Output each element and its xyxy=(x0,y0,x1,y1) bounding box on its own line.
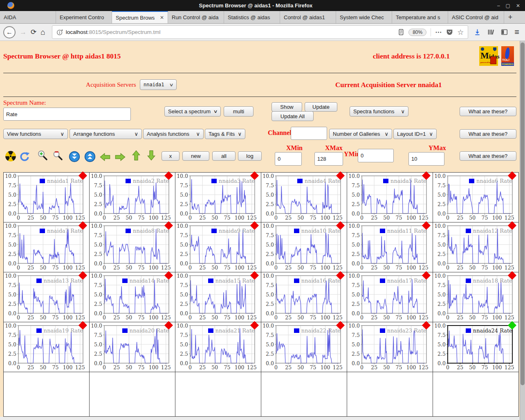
minimize-button[interactable]: – xyxy=(497,3,500,9)
layout-id-dropdown[interactable]: Layout ID=1∨ xyxy=(393,129,437,139)
tab-aida[interactable]: AIDA xyxy=(0,11,56,23)
number-of-galleries-dropdown[interactable]: Number of Galleries∨ xyxy=(329,129,392,139)
svg-text:50: 50 xyxy=(383,364,390,371)
spectrum-chart-nnaida20[interactable]: 0.02.55.07.510.00255075100125nnaida20 Ra… xyxy=(91,323,173,371)
new-tab-button[interactable]: + xyxy=(504,11,516,23)
what-are-these-button-1[interactable]: What are these? xyxy=(460,107,516,116)
menu-icon[interactable]: ≡ xyxy=(514,27,519,37)
scrollbar-thumb[interactable] xyxy=(521,43,525,385)
x-button[interactable]: x xyxy=(162,151,179,161)
tags-fits-dropdown[interactable]: Tags & Fits∨ xyxy=(205,129,245,139)
channel-input[interactable] xyxy=(291,127,327,140)
ymax-input[interactable]: 10 xyxy=(408,152,444,166)
spectrum-name-input[interactable]: Rate xyxy=(3,108,131,121)
close-button[interactable]: ✕ xyxy=(516,3,520,9)
spectrum-chart-nnaida18[interactable]: 0.02.55.07.510.00255075100125nnaida18 Ra… xyxy=(435,273,516,321)
spectrum-chart-nnaida3[interactable]: 0.02.55.07.510.00255075100125nnaida3 Rat… xyxy=(177,173,259,221)
pocket-icon[interactable] xyxy=(446,29,453,36)
home-button[interactable]: ⌂ xyxy=(40,28,45,37)
what-are-these-button-3[interactable]: What are these? xyxy=(460,151,516,161)
update-all-button[interactable]: Update All xyxy=(271,111,314,121)
spectrum-chart-nnaida16[interactable]: 0.02.55.07.510.00255075100125nnaida16 Ra… xyxy=(263,273,345,321)
site-info-icon[interactable] xyxy=(56,29,63,36)
new-button[interactable]: new xyxy=(182,151,209,161)
all-button[interactable]: all xyxy=(212,151,236,161)
spectrum-chart-nnaida24[interactable]: 0.02.55.07.510.00255075100125nnaida24 Ra… xyxy=(435,323,516,371)
refresh-icon[interactable] xyxy=(19,151,30,162)
spectrum-chart-nnaida15[interactable]: 0.02.55.07.510.00255075100125nnaida15 Ra… xyxy=(177,273,259,321)
spectrum-chart-nnaida14[interactable]: 0.02.55.07.510.00255075100125nnaida14 Ra… xyxy=(91,273,173,321)
multi-button[interactable]: multi xyxy=(224,106,254,117)
svg-text:5.0: 5.0 xyxy=(8,341,16,348)
spectrum-chart-nnaida11[interactable]: 0.02.55.07.510.00255075100125nnaida11 Ra… xyxy=(349,223,431,271)
legend-label: nnaida6 Rate xyxy=(476,178,512,184)
tab-temperature-and-s[interactable]: Temperature and s xyxy=(392,11,448,23)
tab-spectrum-brows[interactable]: Spectrum Brows✕ xyxy=(112,11,168,23)
spectrum-chart-nnaida1[interactable]: 0.02.55.07.510.00255075100125nnaida1 Rat… xyxy=(5,173,87,221)
spectrum-chart-nnaida4[interactable]: 0.02.55.07.510.00255075100125nnaida4 Rat… xyxy=(263,173,345,221)
what-are-these-button-2[interactable]: What are these? xyxy=(460,129,516,139)
spectrum-chart-nnaida12[interactable]: 0.02.55.07.510.00255075100125nnaida12 Ra… xyxy=(435,223,516,271)
spectrum-chart-nnaida22[interactable]: 0.02.55.07.510.00255075100125nnaida22 Ra… xyxy=(263,323,345,371)
tab-close-icon[interactable]: ✕ xyxy=(160,15,164,20)
ymin-input[interactable]: 0 xyxy=(358,149,394,162)
select-spectrum-dropdown[interactable]: Select a spectrum∨ xyxy=(164,106,221,117)
tab-statistics-aidas[interactable]: Statistics @ aidas xyxy=(224,11,280,23)
update-button[interactable]: Update xyxy=(305,102,337,112)
spectrum-chart-nnaida13[interactable]: 0.02.55.07.510.00255075100125nnaida13 Ra… xyxy=(5,273,87,321)
analysis-functions-dropdown[interactable]: Analysis functions∨ xyxy=(143,129,204,139)
spectrum-chart-nnaida5[interactable]: 0.02.55.07.510.00255075100125nnaida5 Rat… xyxy=(349,173,431,221)
tab-asic-control-aid[interactable]: ASIC Control @ aid xyxy=(448,11,504,23)
reader-view-icon[interactable] xyxy=(397,29,404,36)
spectrum-chart-nnaida6[interactable]: 0.02.55.07.510.00255075100125nnaida6 Rat… xyxy=(435,173,516,221)
page-actions-icon[interactable]: ⋯ xyxy=(435,28,442,36)
acquisition-server-select[interactable]: nnaida1∨ xyxy=(140,79,177,90)
arrow-down-icon[interactable] xyxy=(146,150,157,161)
spectrum-chart-nnaida21[interactable]: 0.02.55.07.510.00255075100125nnaida21 Ra… xyxy=(177,323,259,371)
downloads-icon[interactable] xyxy=(474,29,481,36)
zoom-in-icon[interactable] xyxy=(37,150,48,161)
reload-button[interactable]: ⟳ xyxy=(31,28,36,36)
tab-label: ASIC Control @ aid xyxy=(452,14,500,20)
zoom-out-icon[interactable] xyxy=(52,150,64,161)
tab-run-control-aida[interactable]: Run Control @ aida xyxy=(168,11,224,23)
svg-text:25: 25 xyxy=(371,364,377,371)
sidebar-icon[interactable] xyxy=(501,29,508,36)
show-button[interactable]: Show xyxy=(271,102,302,112)
xmax-input[interactable]: 128 xyxy=(314,152,343,166)
library-icon[interactable] xyxy=(487,29,494,36)
spectrum-chart-nnaida2[interactable]: 0.02.55.07.510.00255075100125nnaida2 Rat… xyxy=(91,173,173,221)
zoom-level-badge[interactable]: 80% xyxy=(408,29,426,36)
back-button[interactable]: ← xyxy=(3,26,16,38)
url-bar[interactable]: localhost:8015/Spectrum/Spectrum.tml 80%… xyxy=(52,25,469,39)
spectra-functions-dropdown[interactable]: Spectra functions∨ xyxy=(350,106,408,117)
arrow-left-icon[interactable] xyxy=(99,151,111,163)
tab-system-wide-chec[interactable]: System wide Chec xyxy=(336,11,392,23)
move-down-icon[interactable] xyxy=(69,151,80,162)
spectrum-chart-nnaida23[interactable]: 0.02.55.07.510.00255075100125nnaida23 Ra… xyxy=(349,323,431,371)
tab-experiment-contro[interactable]: Experiment Contro xyxy=(56,11,112,23)
log-button[interactable]: log xyxy=(238,151,262,161)
bookmark-star-icon[interactable]: ☆ xyxy=(457,28,464,37)
arrange-functions-dropdown[interactable]: Arrange functions∨ xyxy=(70,129,142,139)
svg-text:10.0: 10.0 xyxy=(177,273,188,279)
tab-control-aidas1[interactable]: Control @ aidas1 xyxy=(280,11,336,23)
spectrum-chart-nnaida9[interactable]: 0.02.55.07.510.00255075100125nnaida9 Rat… xyxy=(177,223,259,271)
arrow-up-icon[interactable] xyxy=(130,150,142,161)
radiation-icon[interactable] xyxy=(5,150,16,162)
spectrum-chart-nnaida10[interactable]: 0.02.55.07.510.00255075100125nnaida10 Ra… xyxy=(263,223,345,271)
maximize-button[interactable]: ▢ xyxy=(506,3,510,9)
move-up-icon[interactable] xyxy=(84,151,96,162)
spectrum-chart-nnaida7[interactable]: 0.02.55.07.510.00255075100125nnaida7 Rat… xyxy=(5,223,87,271)
forward-button[interactable]: → xyxy=(20,28,27,36)
svg-text:50: 50 xyxy=(126,314,132,321)
spectrum-chart-nnaida17[interactable]: 0.02.55.07.510.00255075100125nnaida17 Ra… xyxy=(349,273,431,321)
vertical-scrollbar[interactable] xyxy=(520,41,525,420)
spectrum-chart-nnaida8[interactable]: 0.02.55.07.510.00255075100125nnaida8 Rat… xyxy=(91,223,173,271)
view-functions-dropdown[interactable]: View functions∨ xyxy=(3,129,68,139)
xmin-input[interactable]: 0 xyxy=(275,152,302,166)
arrow-right-icon[interactable] xyxy=(114,151,126,163)
chart-legend: nnaida19 Rate xyxy=(36,328,83,334)
spectrum-chart-nnaida19[interactable]: 0.02.55.07.510.00255075100125nnaida19 Ra… xyxy=(5,323,87,371)
svg-text:0.0: 0.0 xyxy=(438,261,446,267)
